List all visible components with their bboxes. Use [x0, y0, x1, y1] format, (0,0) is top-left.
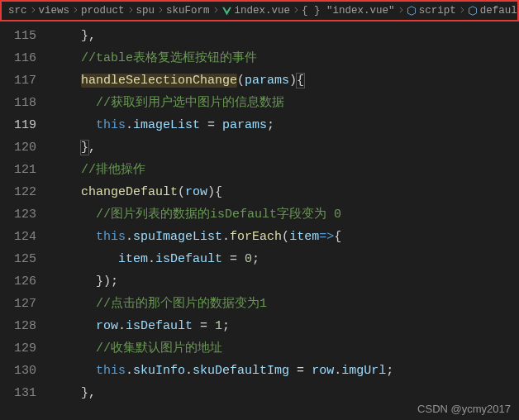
- code-token: .: [126, 118, 133, 132]
- code-token: .: [185, 364, 193, 378]
- code-token: params: [245, 74, 289, 88]
- code-token: row: [312, 364, 334, 378]
- code-token: //table表格复选框按钮的事件: [81, 51, 257, 65]
- code-token: changeDefault: [81, 185, 178, 199]
- breadcrumb-label: { } "index.vue": [302, 5, 395, 17]
- watermark: CSDN @ycmy2017: [417, 403, 511, 415]
- code-editor[interactable]: 1151161171181191201211221231241251261271…: [0, 21, 519, 420]
- vue-icon: [221, 6, 232, 17]
- line-number: 115: [0, 25, 36, 47]
- code-token: isDefault: [155, 252, 222, 266]
- breadcrumb-item[interactable]: script: [407, 5, 456, 17]
- code-token: //获取到用户选中图片的信息数据: [96, 96, 284, 110]
- code-token: 0: [245, 252, 252, 266]
- line-number: 121: [0, 159, 36, 181]
- code-line[interactable]: },: [51, 382, 519, 404]
- breadcrumb-separator-icon: [126, 6, 135, 17]
- line-number: 131: [0, 382, 36, 404]
- code-token: skuInfo: [133, 364, 185, 378]
- code-token: ;: [222, 319, 230, 333]
- code-token: .: [334, 364, 341, 378]
- breadcrumb-label: script: [419, 5, 456, 17]
- line-number: 118: [0, 92, 36, 114]
- cube-icon: [407, 6, 417, 16]
- line-number: 128: [0, 315, 36, 337]
- code-line[interactable]: },: [51, 25, 519, 47]
- code-line[interactable]: //排他操作: [51, 159, 519, 181]
- code-line[interactable]: row.isDefault = 1;: [51, 315, 519, 337]
- code-line[interactable]: },: [51, 136, 519, 159]
- code-token: skuDefaultImg: [193, 364, 289, 378]
- breadcrumb-separator-icon: [156, 6, 164, 17]
- code-token: spuImageList: [133, 230, 222, 244]
- code-token: ,: [88, 141, 96, 155]
- code-token: item: [289, 230, 319, 244]
- code-token: 1: [215, 319, 222, 333]
- breadcrumb-separator-icon: [397, 6, 405, 17]
- code-line[interactable]: //table表格复选框按钮的事件: [51, 47, 519, 69]
- breadcrumb-label: default: [480, 5, 519, 17]
- breadcrumb-label: spu: [136, 5, 155, 17]
- breadcrumb-label: index.vue: [235, 5, 291, 17]
- line-number: 127: [0, 293, 36, 315]
- code-line[interactable]: });: [51, 270, 519, 293]
- line-number: 125: [0, 248, 36, 270]
- breadcrumb-item[interactable]: { } "index.vue": [302, 5, 395, 17]
- code-token: imageList: [133, 118, 200, 132]
- code-token: this: [96, 364, 126, 378]
- code-token: //图片列表的数据的isDefault字段变为 0: [96, 208, 341, 222]
- code-token: item: [118, 252, 148, 266]
- code-token: ;: [252, 252, 260, 266]
- breadcrumb-separator-icon: [29, 6, 37, 17]
- code-token: .: [126, 364, 133, 378]
- line-number-gutter: 1151161171181191201211221231241251261271…: [0, 21, 51, 420]
- code-line[interactable]: //点击的那个图片的数据变为1: [51, 293, 519, 315]
- code-token: {: [215, 185, 222, 199]
- breadcrumb-item[interactable]: spu: [136, 5, 155, 17]
- breadcrumb-separator-icon: [71, 6, 79, 17]
- line-number: 124: [0, 226, 36, 248]
- breadcrumb-label: views: [39, 5, 70, 17]
- code-line[interactable]: //获取到用户选中图片的信息数据: [51, 92, 519, 114]
- line-number: 119: [0, 114, 36, 136]
- code-line[interactable]: this.imageList = params;: [51, 114, 519, 136]
- code-token: =: [200, 118, 222, 132]
- code-token: =>: [319, 230, 334, 244]
- code-token: });: [96, 274, 118, 289]
- code-token: isDefault: [126, 319, 193, 333]
- code-token: forEach: [230, 230, 282, 244]
- line-number: 116: [0, 47, 36, 69]
- code-token: this: [96, 230, 126, 244]
- code-line[interactable]: //图片列表的数据的isDefault字段变为 0: [51, 203, 519, 226]
- code-token: ): [289, 74, 297, 88]
- line-number: 123: [0, 203, 36, 226]
- code-token: imgUrl: [341, 364, 386, 378]
- code-line[interactable]: //收集默认图片的地址: [51, 337, 519, 360]
- code-token: (: [282, 230, 289, 244]
- breadcrumb-item[interactable]: default: [468, 5, 519, 17]
- line-number: 130: [0, 360, 36, 382]
- code-line[interactable]: handleSelectionChange(params){: [51, 69, 519, 92]
- code-token: //点击的那个图片的数据变为1: [96, 297, 267, 311]
- code-token: =: [193, 319, 215, 333]
- code-token: .: [118, 319, 126, 333]
- breadcrumb-label: product: [81, 5, 125, 17]
- code-area[interactable]: }, //table表格复选框按钮的事件 handleSelectionChan…: [51, 21, 519, 420]
- code-token: .: [148, 252, 155, 266]
- code-line[interactable]: item.isDefault = 0;: [51, 248, 519, 270]
- code-token: ): [207, 185, 215, 199]
- code-line[interactable]: this.skuInfo.skuDefaultImg = row.imgUrl;: [51, 360, 519, 382]
- breadcrumb-separator-icon: [458, 6, 466, 17]
- code-token: =: [222, 252, 245, 266]
- breadcrumb-item[interactable]: skuForm: [166, 5, 210, 17]
- code-token: //收集默认图片的地址: [96, 341, 222, 356]
- breadcrumb-item[interactable]: product: [81, 5, 125, 17]
- code-token: },: [81, 386, 96, 400]
- breadcrumb-item[interactable]: index.vue: [221, 5, 291, 17]
- code-line[interactable]: this.spuImageList.forEach(item=>{: [51, 226, 519, 248]
- breadcrumb-item[interactable]: views: [39, 5, 70, 17]
- code-token: {: [334, 230, 341, 244]
- breadcrumb-separator-icon: [212, 6, 220, 17]
- code-line[interactable]: changeDefault(row){: [51, 181, 519, 203]
- breadcrumb-item[interactable]: src: [8, 5, 27, 17]
